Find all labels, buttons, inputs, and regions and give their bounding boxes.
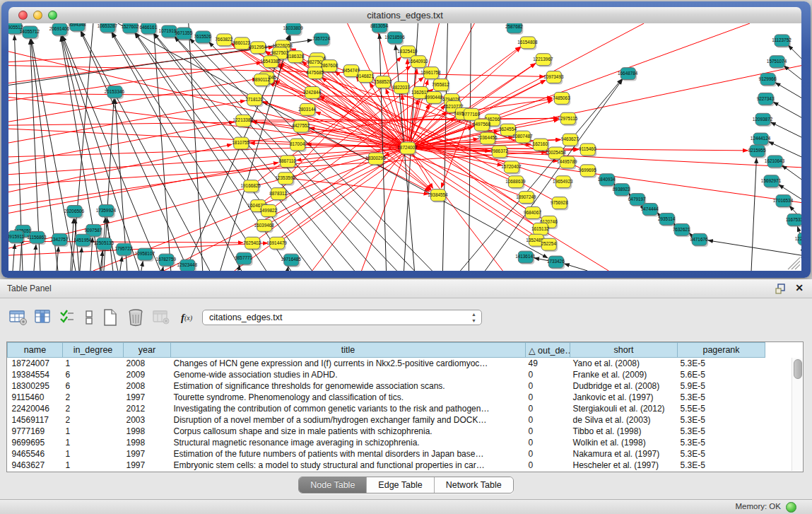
graph-node[interactable]: 817004 (290, 139, 307, 152)
table-cell[interactable]: Changes of HCN gene expression and I(f) … (171, 358, 526, 370)
graph-edge[interactable] (784, 66, 801, 79)
table-settings-icon[interactable] (8, 308, 28, 327)
graph-node[interactable]: 12093872 (753, 113, 773, 127)
table-cell[interactable]: 0 (526, 460, 570, 471)
graph-node[interactable]: 8427552 (292, 120, 310, 134)
graph-edge[interactable] (771, 122, 801, 137)
graph-node[interactable]: 9860123 (233, 37, 250, 51)
table-cell[interactable]: 0 (526, 414, 570, 426)
graph-node[interactable]: 9594348 (69, 23, 86, 33)
table-cell[interactable]: 1997 (124, 392, 171, 403)
graph-node[interactable]: 8475685 (306, 67, 324, 81)
table-cell[interactable]: Stergiakouli et al. (2012) (570, 403, 678, 414)
table-cell[interactable]: Genome-wide association studies in ADHD. (171, 369, 526, 380)
graph-node[interactable]: 1499822 (259, 205, 277, 218)
table-cell[interactable]: 5.3E-5 (678, 392, 765, 403)
graph-node[interactable]: 18907249 (516, 192, 536, 205)
attribute-table[interactable]: namein_degreeyeartitle△ out_de…shortpage… (7, 342, 765, 471)
graph-edge[interactable] (163, 267, 163, 271)
graph-node[interactable]: 20206506 (64, 206, 85, 219)
graph-node[interactable]: 1588520 (374, 76, 392, 90)
graph-edge[interactable] (565, 264, 587, 271)
table-cell[interactable]: 5.5E-5 (678, 403, 765, 414)
table-row[interactable]: 946554611997Estimation of the future num… (8, 448, 765, 460)
table-cell[interactable]: 5.3E-5 (678, 358, 765, 370)
table-scrollbar[interactable] (792, 358, 802, 471)
graph-node[interactable]: 2935114 (658, 213, 676, 226)
table-cell[interactable]: 1997 (124, 448, 171, 460)
network-graph[interactable]: 8905512140557122069140695943481065328715… (8, 23, 801, 271)
graph-node[interactable]: 14055712 (20, 26, 40, 40)
table-cell[interactable]: Investigating the contribution of common… (171, 403, 526, 414)
graph-node[interactable]: 8215955 (748, 145, 766, 158)
graph-edge[interactable] (769, 142, 801, 157)
graph-node[interactable]: 7357224 (312, 33, 330, 47)
function-builder-icon[interactable]: f(x) (177, 308, 196, 327)
graph-node[interactable]: 1342757 (51, 233, 69, 247)
graph-node[interactable]: 8186328 (286, 51, 304, 64)
table-cell[interactable]: 14569117 (8, 414, 63, 426)
graph-node[interactable]: 9115460 (579, 144, 596, 157)
graph-node[interactable]: 19716485 (281, 254, 301, 267)
graph-node[interactable]: 7485063 (553, 92, 570, 105)
row-height-icon[interactable] (79, 308, 99, 327)
table-cell[interactable]: Estimation of significance thresholds fo… (171, 380, 526, 392)
graph-edge[interactable] (415, 66, 801, 146)
graph-node[interactable]: 15751074 (767, 56, 787, 69)
table-cell[interactable]: 5.3E-5 (678, 414, 765, 426)
table-selector-dropdown[interactable]: citations_edges.txt ▲▼ (202, 310, 482, 325)
table-cell[interactable]: 2 (63, 392, 124, 403)
table-cell[interactable]: 9463627 (8, 460, 63, 471)
table-cell[interactable]: Disruption of a novel member of a sodium… (171, 414, 526, 426)
graph-node[interactable]: 8813054 (370, 23, 388, 34)
graph-node[interactable]: 19654923 (553, 176, 573, 189)
graph-node[interactable]: 8938923 (613, 184, 630, 197)
graph-node[interactable]: 9890112 (253, 74, 271, 88)
table-cell[interactable]: 0 (526, 369, 570, 380)
table-cell[interactable]: 0 (526, 437, 570, 448)
graph-node[interactable]: 9146821 (356, 71, 374, 84)
table-row[interactable]: 1938455462009Genome-wide association stu… (8, 369, 765, 380)
table-cell[interactable]: 6 (63, 380, 124, 392)
table-cell[interactable]: 0 (526, 448, 570, 460)
graph-edge[interactable] (8, 47, 273, 83)
table-cell[interactable]: Corpus callosum shape and size in male p… (171, 426, 526, 437)
graph-node[interactable]: 8867110 (278, 156, 296, 169)
network-canvas[interactable]: 8905512140557122069140695943481065328715… (8, 23, 801, 271)
table-cell[interactable]: 6 (63, 369, 124, 380)
table-cell[interactable]: Nakamura et al. (1997) (570, 448, 678, 460)
graph-node[interactable]: 6497568 (473, 119, 490, 132)
table-cell[interactable]: 22420046 (8, 403, 63, 414)
graph-edge[interactable] (80, 247, 82, 271)
graph-node[interactable]: 2803144 (298, 103, 316, 117)
column-header[interactable]: title (171, 343, 526, 358)
graph-node[interactable]: 19384554 (428, 189, 448, 203)
table-header-row[interactable]: namein_degreeyeartitle△ out_de…shortpage… (8, 343, 765, 358)
graph-node[interactable]: 8912954 (249, 42, 266, 55)
graph-edge[interactable] (189, 23, 203, 271)
graph-node[interactable]: 15692971 (761, 175, 782, 189)
table-cell[interactable]: Franke et al. (2009) (570, 369, 678, 380)
table-row[interactable]: 969969511998Structural magnetic resonanc… (8, 437, 765, 448)
graph-node[interactable]: 16543382 (260, 56, 281, 69)
table-cell[interactable]: 2003 (124, 414, 171, 426)
table-cell[interactable]: 1 (63, 358, 124, 370)
graph-edge[interactable] (412, 153, 502, 271)
table-cell[interactable]: 1997 (124, 460, 171, 471)
table-cell[interactable]: 5.6E-5 (678, 369, 765, 380)
graph-node[interactable]: 6466161 (139, 23, 157, 35)
graph-node[interactable]: 14136141 (515, 251, 536, 264)
table-cell[interactable]: Tibbo et al. (1998) (570, 426, 678, 437)
graph-node[interactable]: 12213967 (533, 54, 553, 67)
table-cell[interactable]: Wolkin et al. (1998) (570, 437, 678, 448)
column-header[interactable]: year (124, 343, 171, 358)
table-row[interactable]: 1872400712008Changes of HCN gene express… (8, 358, 765, 370)
graph-node[interactable]: 18300295 (365, 153, 386, 166)
column-header[interactable]: in_degree (63, 343, 124, 358)
graph-node[interactable]: 16961758 (420, 67, 441, 81)
table-cell[interactable]: 9465546 (8, 448, 63, 460)
select-rows-icon[interactable] (57, 308, 77, 327)
graph-node[interactable]: 9756928 (551, 197, 568, 211)
table-cell[interactable]: 2012 (124, 403, 171, 414)
graph-edge[interactable] (8, 148, 400, 175)
